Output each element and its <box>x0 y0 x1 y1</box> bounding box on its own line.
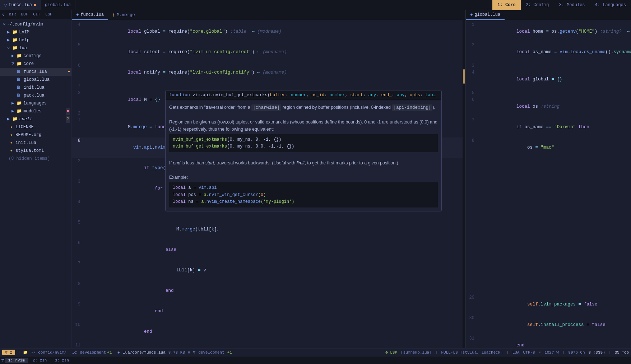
position: 8 (339) <box>589 350 605 355</box>
dev-label: development <box>198 350 224 355</box>
tab-config[interactable]: 2: Config <box>521 0 554 10</box>
dir-button[interactable]: DIR <box>7 11 18 17</box>
sidebar-item-configs[interactable]: ▶ 📁 configs <box>0 52 71 60</box>
line-content-5: local select = require("lvim-ui-config.s… <box>83 42 465 62</box>
code-line-p5: 5 M.merge(tbl1[k], <box>72 219 465 240</box>
lsp-detail: [sumneko_lua] <box>401 350 432 355</box>
tab-languages[interactable]: 4: Languages <box>590 0 631 10</box>
char-count: 8976 Ch <box>568 350 585 355</box>
line-num-p7: 7 <box>72 260 83 281</box>
readme-icon: ★ <box>10 131 13 139</box>
sidebar-item-core[interactable]: ▽ 📁 core <box>0 60 71 68</box>
sidebar-item-readme[interactable]: ★ README.org <box>0 131 71 139</box>
tab-languages-label: 4: Languages <box>595 3 626 8</box>
merge-tab-label: M.merge <box>117 13 135 18</box>
global-tab-icon: ◈ <box>470 12 473 17</box>
funcs-lua-label: funcs.lua <box>24 68 47 75</box>
spell-label: spell <box>19 116 32 123</box>
right-code-content[interactable]: 1 local home = os.getenv("HOME") :string… <box>466 20 631 348</box>
init-icon: ✦ <box>10 139 13 146</box>
line-num-p2: 2 <box>72 158 83 178</box>
tab-global-lua[interactable]: global.lua <box>41 0 75 10</box>
bottom-tab-bar: ▽ 1: nvim 2: zsh 3: zsh <box>0 356 631 364</box>
spell-icon: 📁 <box>12 116 18 123</box>
bottom-tab-nvim[interactable]: 1: nvim <box>5 358 28 363</box>
sidebar-item-spell[interactable]: ▶ 📁 spell ? <box>0 115 71 123</box>
help-label: help <box>19 37 29 44</box>
init-lua-label: init.lua <box>24 84 45 91</box>
branch-name: development <box>80 350 106 355</box>
rline-num-3: 3 <box>466 62 477 69</box>
rline-content-7: if os_name == "Darwin" then <box>477 117 631 137</box>
rline-6: 6 local os :string <box>466 97 631 117</box>
tab-modified-dot <box>34 4 36 6</box>
scrollbar-thumb[interactable] <box>463 69 465 84</box>
null-ls: NULL-LS [stylua, luacheck] <box>441 350 503 355</box>
lsp-button[interactable]: LSP <box>43 11 55 17</box>
left-scrollbar[interactable] <box>463 20 465 348</box>
sidebar-item-init-lua[interactable]: 🗎 init.lua <box>0 84 71 92</box>
sidebar-item-lua[interactable]: ▽ 📁 lua <box>0 44 71 52</box>
code-line-6: 6 local notify = require("lvim-ui-config… <box>72 62 465 83</box>
editor-area: ◈ funcs.lua ƒ M.merge 4 local global = <box>72 10 631 348</box>
code-line-p11: 11 return tbl1 <box>72 342 465 348</box>
line-content-6: local notify = require("lvim-ui-config.n… <box>83 62 465 83</box>
line-num-b1: 2 <box>72 110 83 117</box>
line-num-p5: 5 <box>72 219 83 240</box>
status-bar: ▽ I | 📁 ~/.config/nvim/ ⎇ development +1… <box>0 348 631 356</box>
sidebar-item-funcs-lua[interactable]: 🗎 funcs.lua ● <box>0 68 71 76</box>
rline-num-31: 31 <box>466 335 477 348</box>
sidebar-item-lvim[interactable]: ▶ 📁 LVIM <box>0 28 71 36</box>
status-file: lua/core/funcs.lua <box>123 350 166 355</box>
pane-tab-global[interactable]: ◈ global.lua <box>466 10 505 20</box>
code-line-7: 7 <box>72 83 465 90</box>
vim-mode: ▽ <box>193 350 196 355</box>
sidebar-item-languages[interactable]: ▶ 📁 languages <box>0 99 71 107</box>
sidebar-item-pack-lua[interactable]: 🗎 pack.lua <box>0 92 71 99</box>
line-content-p6: else <box>83 240 465 260</box>
line-num-4: 4 <box>72 22 83 42</box>
left-code-wrapper: 4 local global = require("core.global") … <box>72 20 465 348</box>
tab-config-label: 2: Config <box>526 3 549 8</box>
funcs-tab-icon: ◈ <box>76 12 79 17</box>
code-line-p7: 7 tbl1[k] = v <box>72 260 465 281</box>
tab-core[interactable]: 1: Core <box>492 0 520 10</box>
plus-indicator: +1 <box>227 350 232 355</box>
sidebar-item-help[interactable]: ▶ 📁 help <box>0 36 71 44</box>
sidebar-item-license[interactable]: ★ LICENSE <box>0 123 71 131</box>
sidebar: ▽ DIR BUF GIT LSP ▽ ~/.config/nvim ▶ 📁 L… <box>0 10 72 348</box>
line-num-p6: 6 <box>72 240 83 260</box>
line-num-p8: 8 <box>72 281 83 301</box>
line-num-7: 7 <box>72 83 83 90</box>
right-code-pane: ◈ global.lua 1 local home = os.getenv("H… <box>466 10 631 348</box>
line-ending-icon: ⚡ <box>539 350 541 355</box>
bottom-tab-zsh2[interactable]: 2: zsh <box>29 358 51 363</box>
pane-tab-funcs[interactable]: ◈ funcs.lua <box>72 10 108 20</box>
sidebar-root[interactable]: ▽ ~/.config/nvim <box>0 20 71 28</box>
tab-modules[interactable]: 3: Modules <box>554 0 590 10</box>
lvim-icon: 📁 <box>12 29 18 36</box>
rline-num-29: 29 <box>466 294 477 315</box>
bottom-tab-zsh3[interactable]: 3: zsh <box>51 358 73 363</box>
hover-popup-body: Gets extmarks in "traversal order" from … <box>166 100 441 211</box>
git-button[interactable]: GIT <box>31 11 42 17</box>
encoding: UTF-8 <box>523 350 535 355</box>
sidebar-item-init[interactable]: ✦ init.lua <box>0 139 71 147</box>
status-right: ⚙ LSP [sumneko_lua] | NULL-LS [stylua, l… <box>385 350 629 355</box>
sidebar-item-global-lua[interactable]: 🗎 global.lua <box>0 76 71 84</box>
vim-icon: ▽ <box>4 3 7 8</box>
sidebar-item-stylua[interactable]: ✦ stylua.toml <box>0 147 71 155</box>
hover-code-2: local a = vim.api local pos = a.nvim_win… <box>169 182 438 207</box>
rline-30: 30 self.install_proccess = false <box>466 315 631 335</box>
left-code-content[interactable]: 4 local global = require("core.global") … <box>72 20 465 348</box>
file-icon-status: ◈ <box>117 350 120 355</box>
branch-changes: +1 <box>107 350 112 355</box>
buf-button[interactable]: BUF <box>19 11 30 17</box>
tab-funcs-lua[interactable]: ▽ funcs.lua <box>0 0 41 10</box>
rline-29: 29 self.lvim_packages = false <box>466 294 631 315</box>
pane-tab-merge[interactable]: ƒ M.merge <box>108 10 139 20</box>
sidebar-item-modules[interactable]: ▶ 📁 modules ■ <box>0 107 71 115</box>
line-num-p10: 10 <box>72 322 83 342</box>
pack-lua-label: pack.lua <box>24 92 45 99</box>
sep6: | <box>562 350 565 355</box>
